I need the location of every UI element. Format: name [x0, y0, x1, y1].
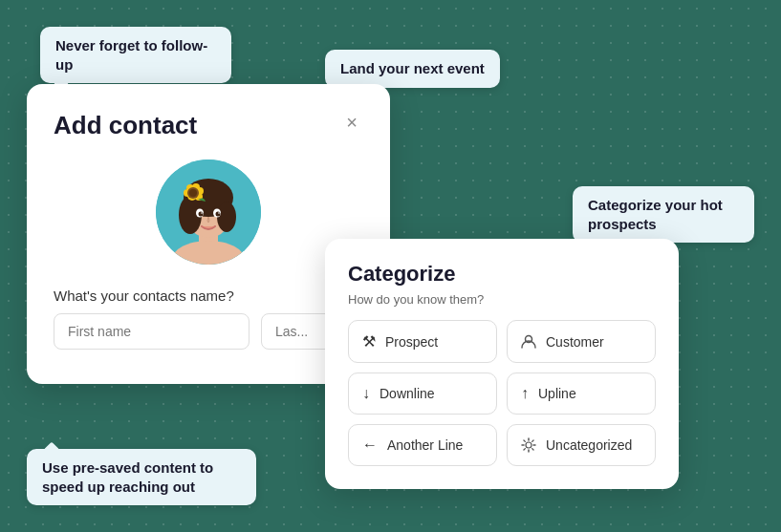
anotherline-icon: ← — [362, 436, 378, 454]
svg-line-30 — [524, 449, 525, 450]
upline-icon: ↑ — [521, 385, 529, 402]
svg-point-9 — [199, 212, 204, 217]
contacts-name-label: What's your contacts name? — [54, 287, 363, 304]
first-name-input[interactable] — [54, 313, 249, 350]
svg-point-6 — [217, 202, 236, 232]
tooltip-pre-saved: Use pre-saved content to speed up reachi… — [27, 449, 256, 505]
tooltip-land-event-text: Land your next event — [340, 60, 485, 76]
uncategorized-icon — [521, 437, 536, 453]
avatar-container — [54, 160, 363, 265]
svg-point-12 — [218, 212, 220, 214]
upline-label: Upline — [538, 386, 576, 401]
svg-point-22 — [526, 442, 532, 448]
category-uncategorized-button[interactable]: Uncategorized — [507, 424, 656, 466]
category-anotherline-button[interactable]: ← Another Line — [348, 424, 497, 466]
tooltip-categorize: Categorize your hot prospects — [573, 186, 754, 243]
downline-label: Downline — [380, 386, 435, 401]
avatar-circle — [156, 160, 261, 265]
svg-line-29 — [532, 440, 533, 441]
customer-label: Customer — [546, 334, 604, 350]
categorize-title: Categorize — [348, 262, 656, 287]
svg-line-28 — [532, 449, 533, 450]
name-inputs-row — [54, 313, 363, 350]
svg-point-10 — [216, 212, 221, 217]
tooltip-pre-saved-text: Use pre-saved content to speed up reachi… — [42, 459, 213, 495]
anotherline-label: Another Line — [387, 437, 463, 453]
categorize-modal: Categorize How do you know them? ⚒ Prosp… — [325, 239, 679, 489]
categorize-subtitle: How do you know them? — [348, 292, 656, 307]
tooltip-follow-up: Never forget to follow-up — [40, 27, 231, 83]
uncategorized-label: Uncategorized — [546, 437, 632, 453]
category-customer-button[interactable]: Customer — [507, 320, 656, 363]
modal-header: Add contact × — [54, 111, 363, 140]
category-prospect-button[interactable]: ⚒ Prospect — [348, 320, 497, 363]
prospect-icon: ⚒ — [362, 332, 376, 351]
category-upline-button[interactable]: ↑ Upline — [507, 372, 656, 415]
svg-point-20 — [189, 189, 197, 197]
prospect-label: Prospect — [385, 334, 438, 350]
category-downline-button[interactable]: ↓ Downline — [348, 372, 497, 415]
category-grid: ⚒ Prospect Customer ↓ Downline ↑ Upline … — [348, 320, 656, 466]
tooltip-follow-up-text: Never forget to follow-up — [55, 37, 207, 73]
svg-point-11 — [201, 212, 203, 214]
tooltip-land-event: Land your next event — [325, 50, 500, 88]
tooltip-categorize-text: Categorize your hot prospects — [588, 197, 723, 232]
customer-icon — [521, 334, 536, 350]
close-button[interactable]: × — [340, 111, 363, 134]
avatar-illustration — [156, 160, 261, 265]
modal-title: Add contact — [54, 111, 197, 140]
downline-icon: ↓ — [362, 385, 370, 402]
svg-line-27 — [524, 440, 525, 441]
